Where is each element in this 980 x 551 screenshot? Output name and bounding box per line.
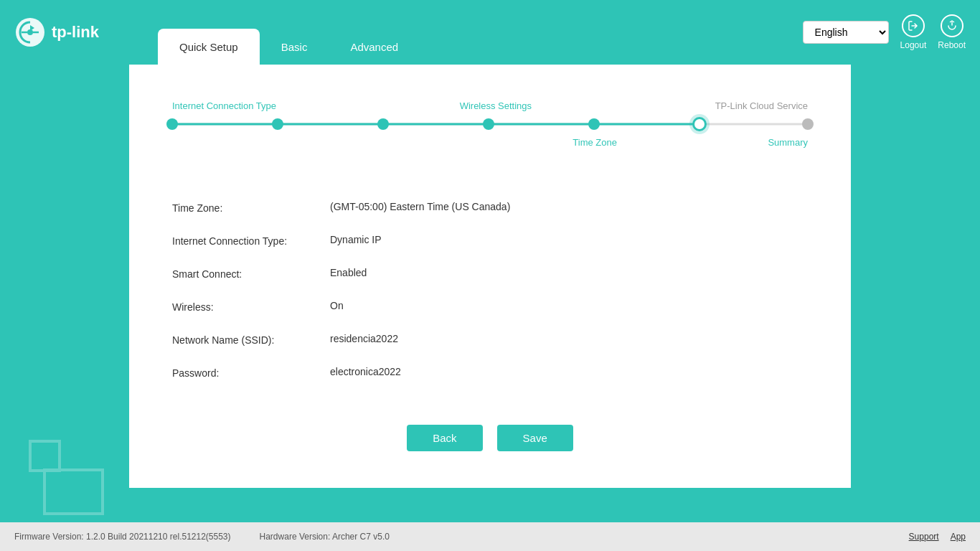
label-ssid: Network Name (SSID): [172, 333, 330, 346]
main-content: Internet Connection Type Wireless Settin… [129, 65, 851, 488]
form-row-wireless: Wireless: On [172, 290, 808, 323]
save-button[interactable]: Save [497, 425, 573, 451]
header-right: English Español Français Deutsch Logout … [803, 14, 966, 50]
value-smart-connect: Enabled [330, 267, 367, 278]
form-row-password: Password: electronica2022 [172, 356, 808, 389]
logout-label: Logout [900, 40, 927, 50]
logo-text: tp-link [52, 23, 99, 42]
step-dot-2 [272, 118, 283, 130]
hardware-version: Hardware Version: Archer C7 v5.0 [260, 532, 390, 542]
app-link[interactable]: App [951, 532, 966, 542]
svg-point-1 [27, 29, 33, 35]
label-smart-connect: Smart Connect: [172, 267, 330, 280]
reboot-label: Reboot [938, 40, 966, 50]
footer: Firmware Version: 1.2.0 Build 20211210 r… [0, 522, 980, 551]
form-row-timezone: Time Zone: (GMT-05:00) Eastern Time (US … [172, 191, 808, 224]
value-connection-type: Dynamic IP [330, 234, 382, 245]
label-password: Password: [172, 366, 330, 379]
label-connection-type: Internet Connection Type: [172, 234, 330, 247]
step-dot-4 [483, 118, 494, 130]
logo: tp-link [14, 17, 129, 48]
step-dot-1 [166, 118, 178, 130]
logout-icon [902, 14, 925, 37]
tab-quick-setup[interactable]: Quick Setup [158, 29, 260, 65]
step-dot-summary [802, 118, 814, 130]
step-dot-tpcloud [692, 117, 707, 131]
label-timezone: Time Zone: [172, 201, 330, 214]
reboot-icon [941, 14, 963, 37]
step-label-internet: Internet Connection Type [172, 100, 276, 111]
header: tp-link Quick Setup Basic Advanced Engli… [0, 0, 980, 65]
value-timezone: (GMT-05:00) Eastern Time (US Canada) [330, 201, 510, 212]
value-wireless: On [330, 300, 344, 311]
tp-link-logo-icon [14, 17, 46, 48]
support-link[interactable]: Support [909, 532, 939, 542]
value-password: electronica2022 [330, 366, 401, 377]
progress-bar: Internet Connection Type Wireless Settin… [172, 86, 808, 162]
tab-basic[interactable]: Basic [260, 29, 329, 65]
step-label-wireless: Wireless Settings [460, 100, 532, 111]
tab-advanced[interactable]: Advanced [329, 29, 420, 65]
logout-button[interactable]: Logout [900, 14, 927, 50]
form-row-connection-type: Internet Connection Type: Dynamic IP [172, 224, 808, 257]
form-section: Time Zone: (GMT-05:00) Eastern Time (US … [172, 184, 808, 396]
buttons-row: Back Save [172, 425, 808, 451]
step-label-tpcloud: TP-Link Cloud Service [715, 100, 808, 111]
footer-links: Support App [909, 532, 966, 542]
language-select[interactable]: English Español Français Deutsch [803, 21, 889, 44]
firmware-version: Firmware Version: 1.2.0 Build 20211210 r… [14, 532, 231, 542]
form-row-smart-connect: Smart Connect: Enabled [172, 257, 808, 290]
nav-tabs: Quick Setup Basic Advanced [158, 0, 803, 65]
step-dot-timezone [588, 118, 600, 130]
back-button[interactable]: Back [407, 425, 482, 451]
value-ssid: residencia2022 [330, 333, 398, 344]
step-dot-3 [377, 118, 389, 130]
reboot-button[interactable]: Reboot [938, 14, 966, 50]
form-row-ssid: Network Name (SSID): residencia2022 [172, 323, 808, 356]
step-label-timezone: Time Zone [573, 137, 617, 148]
label-wireless: Wireless: [172, 300, 330, 313]
step-label-summary: Summary [768, 137, 808, 148]
